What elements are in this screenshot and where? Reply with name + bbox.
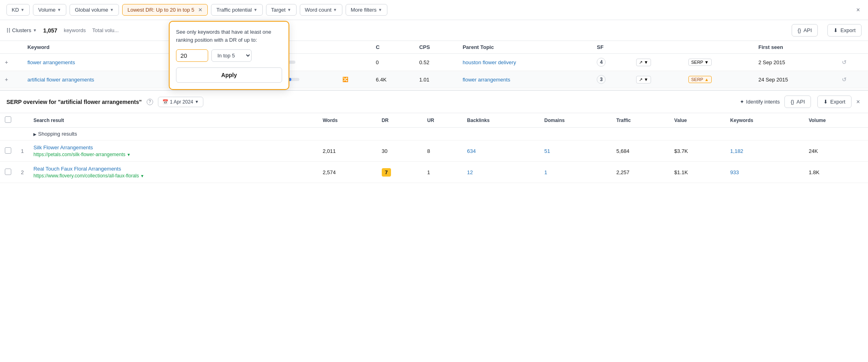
first-seen-cell: 24 Sep 2015	[753, 71, 837, 88]
keywords-value: 933	[730, 169, 739, 175]
result-num-cell: 2	[16, 162, 29, 183]
result-num-cell: 1	[16, 140, 29, 162]
export-button[interactable]: ⬇ Export	[827, 24, 862, 37]
result-url[interactable]: https://www.flovery.com/collections/all-…	[33, 173, 144, 179]
serp-actions: {} API ⬇ Export ×	[784, 96, 862, 108]
serp-col-dr: DR	[377, 113, 422, 128]
vol-num-cell	[338, 54, 371, 71]
col-first-seen: First seen	[753, 41, 837, 54]
serp-button[interactable]: SERP ▼	[688, 59, 712, 66]
keyword-link[interactable]: artificial flower arrangements	[27, 77, 94, 83]
col-check	[13, 41, 23, 54]
serp-overview-header: SERP overview for "artificial flower arr…	[0, 91, 868, 113]
shopping-expand-icon[interactable]: ▶	[33, 132, 37, 136]
target-chevron-icon: ▼	[287, 8, 291, 12]
traffic-potential-filter[interactable]: Traffic potential ▼	[211, 4, 262, 16]
serp-col-domains: Domains	[539, 113, 611, 128]
main-table: Keyword KD S C CPS Parent Topic SF First…	[0, 41, 868, 88]
parent-topic-link[interactable]: houston flower delivery	[463, 59, 516, 65]
word-count-filter[interactable]: Word count ▼	[300, 4, 342, 16]
lowest-dr-close-icon: ✕	[198, 7, 203, 13]
result-checkbox[interactable]	[5, 169, 11, 175]
result-title-link[interactable]: Real Touch Faux Floral Arrangements	[33, 166, 313, 172]
serp-col-backlinks: Backlinks	[462, 113, 539, 128]
help-icon[interactable]: ?	[147, 99, 153, 105]
result-title-cell: Real Touch Faux Floral Arrangements http…	[29, 162, 318, 183]
table-row: + artificial flower arrangements 21 2.5K…	[0, 71, 868, 88]
domains-value: 51	[544, 148, 550, 154]
dr-value-input[interactable]	[176, 49, 208, 62]
lowest-dr-popup: See only keywords that have at least one…	[169, 21, 289, 90]
result-traffic: 2,257	[612, 162, 669, 183]
keyword-cell: artificial flower arrangements	[23, 71, 185, 88]
keywords-label: keywords	[64, 27, 86, 33]
select-all-checkbox[interactable]	[5, 116, 11, 123]
serp-export-button[interactable]: ⬇ Export	[817, 96, 852, 108]
keywords-count: 1,057	[43, 27, 57, 34]
more-filters-chevron-icon: ▼	[378, 8, 382, 12]
refresh-cell: ↺	[837, 54, 868, 71]
serp-result-row: 2 Real Touch Faux Floral Arrangements ht…	[0, 162, 868, 183]
more-filters-label: More filters	[351, 7, 377, 13]
result-value: $1.1K	[669, 162, 725, 183]
result-domains: 51	[539, 140, 611, 162]
result-checkbox[interactable]	[5, 147, 11, 154]
row-expand-button[interactable]: +	[5, 59, 8, 65]
domains-value: 1	[544, 169, 547, 175]
serp-cell: SERP ▼	[684, 54, 753, 71]
keywords-value: 1,182	[730, 148, 743, 154]
traffic-potential-label: Traffic potential	[216, 7, 252, 13]
trend-button[interactable]: ↗ ▼	[636, 76, 651, 83]
word-count-filter-label: Word count	[305, 7, 332, 13]
col-vol2	[338, 41, 371, 54]
result-title-link[interactable]: Silk Flower Arrangements	[33, 144, 313, 150]
identify-intents-button[interactable]: ✦ Identify intents	[740, 99, 780, 105]
result-traffic: 5,684	[612, 140, 669, 162]
trend-cell: ↗ ▼	[631, 71, 684, 88]
clusters-button[interactable]: ⁞⁞ Clusters ▼	[6, 26, 37, 34]
serp-col-value: Value	[669, 113, 725, 128]
url-arrow-icon: ▼	[140, 174, 144, 178]
volume-filter[interactable]: Volume ▼	[33, 4, 66, 16]
expand-cell: +	[0, 71, 13, 88]
refresh-icon[interactable]: ↺	[842, 59, 847, 65]
trend-button[interactable]: ↗ ▼	[636, 59, 651, 66]
serp-export-icon: ⬇	[823, 99, 828, 105]
trend-cell: ↗ ▼	[631, 54, 684, 71]
result-check-cell	[0, 140, 16, 162]
target-filter-label: Target	[271, 7, 286, 13]
result-url[interactable]: https://petals.com/silk-flower-arrangeme…	[33, 152, 131, 157]
cps-cell: 0.52	[414, 54, 458, 71]
serp-close-button[interactable]: ×	[855, 97, 862, 107]
top-select[interactable]: In top 5 In top 10 In top 20 In top 50 I…	[211, 49, 252, 62]
row-expand-button[interactable]: +	[5, 76, 8, 83]
kd-filter[interactable]: KD ▼	[6, 4, 30, 16]
result-volume: 1.8K	[804, 162, 868, 183]
serp-api-button[interactable]: {} API	[784, 96, 811, 108]
result-ur: 8	[422, 140, 462, 162]
sf-badge: 3	[597, 75, 606, 84]
parent-topic-link[interactable]: flower arrangements	[463, 77, 510, 83]
target-filter[interactable]: Target ▼	[266, 4, 297, 16]
volume-chevron-icon: ▼	[57, 8, 61, 12]
backlinks-value: 12	[467, 169, 473, 175]
api-button[interactable]: {} API	[792, 24, 818, 37]
sf-badge: 4	[597, 58, 606, 67]
lowest-dr-filter[interactable]: Lowest DR: Up to 20 in top 5 ✕	[122, 4, 208, 16]
date-picker-button[interactable]: 📅 1 Apr 2024 ▼	[158, 97, 203, 107]
serp-col-traffic: Traffic	[612, 113, 669, 128]
volume-filter-label: Volume	[38, 7, 55, 13]
clear-all-filters-button[interactable]: ×	[855, 5, 862, 15]
more-filters-filter[interactable]: More filters ▼	[346, 4, 387, 16]
result-backlinks: 634	[462, 140, 539, 162]
keyword-link[interactable]: flower arrangements	[27, 59, 75, 65]
traffic-potential-chevron-icon: ▼	[254, 8, 258, 12]
serp-col-ur: UR	[422, 113, 462, 128]
api-icon: {}	[798, 27, 801, 33]
refresh-icon[interactable]: ↺	[842, 76, 847, 83]
date-chevron-icon: ▼	[195, 100, 199, 104]
export-icon: ⬇	[833, 27, 838, 33]
global-volume-filter[interactable]: Global volume ▼	[70, 4, 119, 16]
serp-button-active[interactable]: SERP ▲	[688, 76, 712, 83]
apply-button[interactable]: Apply	[176, 67, 282, 83]
